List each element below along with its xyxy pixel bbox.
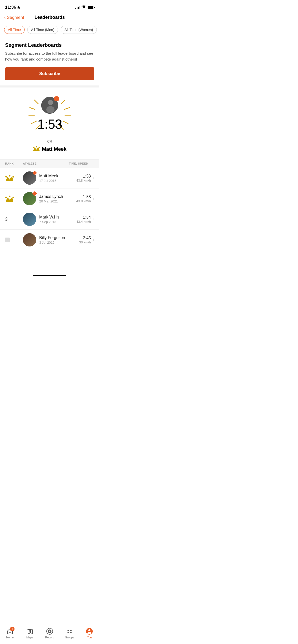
athlete-info: Mark W1lls 7 Sep 2013 [39, 215, 59, 224]
status-icons [75, 5, 94, 10]
athlete-cell: Billy Ferguson 3 Jul 2016 [23, 233, 71, 246]
time-info: 1:53 43.8 km/h [76, 174, 91, 182]
svg-point-28 [5, 197, 7, 198]
avatar [23, 192, 36, 205]
svg-rect-27 [6, 201, 13, 202]
athlete-info: James Lynch 20 Mar 2021 [39, 194, 63, 203]
athlete-name: James Lynch [39, 194, 63, 199]
rank-cell [5, 174, 23, 182]
tabs-container: All-Time All-Time (Men) All-Time (Women)… [0, 24, 99, 36]
wifi-icon [82, 5, 86, 10]
tab-all-time-men[interactable]: All-Time (Men) [27, 26, 58, 34]
speed-value: 43.8 km/h [76, 199, 91, 203]
athlete-name: Matt Meek [39, 174, 58, 178]
athlete-cell: Mark W1lls 7 Sep 2013 [23, 213, 71, 226]
time-value: 1:54 [76, 215, 91, 220]
svg-line-6 [61, 100, 65, 104]
row-chevron-icon: › [93, 238, 94, 242]
time-cell: 2:45 30 km/h › [71, 236, 94, 244]
promo-description: Subscribe for access to the full leaderb… [5, 51, 94, 62]
row-chevron-icon: › [93, 217, 94, 222]
time-info: 1:53 43.8 km/h [76, 195, 91, 203]
table-row[interactable]: Matt Meek 17 Jul 2015 1:53 43.8 km/h › [0, 168, 99, 188]
svg-point-24 [12, 176, 14, 178]
col-header-rank: RANK [5, 162, 23, 165]
status-time: 11:36 [5, 5, 20, 10]
battery-icon [88, 6, 94, 9]
time-value: 2:45 [79, 236, 91, 240]
svg-point-23 [9, 175, 10, 177]
table-row[interactable]: Billy Ferguson 3 Jul 2016 2:45 30 km/h › [0, 230, 99, 250]
signal-icon [75, 6, 80, 9]
svg-point-17 [36, 146, 37, 148]
svg-line-9 [63, 121, 68, 124]
leaderboard-table: Matt Meek 17 Jul 2015 1:53 43.8 km/h › [0, 168, 99, 250]
svg-point-30 [12, 197, 14, 198]
table-row[interactable]: 3 Mark W1lls 7 Sep 2013 1:54 43.4 km/h › [0, 209, 99, 230]
svg-line-7 [64, 108, 70, 109]
athlete-info: Matt Meek 17 Jul 2015 [39, 174, 58, 183]
row-chevron-icon: › [93, 196, 94, 201]
page-title: Leaderboards [34, 15, 65, 20]
svg-point-12 [48, 100, 53, 105]
svg-point-29 [9, 196, 10, 197]
athlete-name: Mark W1lls [39, 215, 59, 219]
speed-value: 30 km/h [79, 240, 91, 244]
svg-point-22 [5, 176, 7, 178]
time-info: 2:45 30 km/h [79, 236, 91, 244]
tab-all-time[interactable]: All-Time [4, 26, 25, 34]
cr-name: Matt Meek [42, 146, 67, 152]
table-row[interactable]: James Lynch 20 Mar 2021 1:53 43.8 km/h › [0, 188, 99, 209]
rank-cell [5, 238, 23, 242]
row-chevron-icon: › [93, 176, 94, 180]
time-info: 1:54 43.4 km/h [76, 215, 91, 224]
svg-line-2 [30, 108, 35, 109]
table-header: RANK ATHLETE TIME, SPEED [0, 159, 99, 168]
time-value: 1:53 [76, 195, 91, 199]
svg-point-18 [39, 147, 40, 148]
avatar [23, 171, 36, 185]
cr-section: 1:53 CR Matt Meek [0, 87, 99, 155]
speed-value: 43.8 km/h [76, 179, 91, 182]
athlete-name: Billy Ferguson [39, 236, 65, 240]
svg-rect-21 [6, 180, 13, 181]
cr-name-row: Matt Meek [33, 145, 67, 153]
speed-value: 43.4 km/h [76, 220, 91, 224]
athlete-date: 3 Jul 2016 [39, 241, 65, 244]
home-indicator [33, 275, 66, 276]
subscribe-button[interactable]: Subscribe [5, 67, 94, 80]
athlete-date: 20 Mar 2021 [39, 199, 63, 203]
athlete-date: 7 Sep 2013 [39, 220, 59, 224]
rank-cell [5, 195, 23, 202]
svg-point-0 [84, 8, 84, 8]
athlete-cell: James Lynch 20 Mar 2021 [23, 192, 71, 205]
back-button[interactable]: ‹ Segment [4, 14, 24, 20]
rank-square [5, 238, 10, 242]
cr-avatar [40, 96, 59, 114]
athlete-date: 17 Jul 2015 [39, 179, 58, 183]
time-cell: 1:54 43.4 km/h › [71, 215, 94, 224]
svg-point-16 [33, 147, 34, 148]
time-value: 1:53 [76, 174, 91, 179]
status-bar: 11:36 [0, 0, 99, 13]
svg-rect-15 [33, 150, 39, 151]
athlete-cell: Matt Meek 17 Jul 2015 [23, 171, 71, 185]
tab-all-time-women[interactable]: All-Time (Women) [61, 26, 97, 34]
avatar [23, 213, 36, 226]
col-header-time: TIME, SPEED [65, 162, 88, 165]
svg-point-13 [46, 106, 55, 113]
athlete-info: Billy Ferguson 3 Jul 2016 [39, 236, 65, 244]
promo-title: Segment Leaderboards [5, 42, 94, 48]
col-header-athlete: ATHLETE [23, 162, 65, 165]
svg-line-1 [34, 100, 38, 104]
svg-line-4 [31, 121, 36, 124]
cr-time: 1:53 [37, 116, 62, 132]
rank-cell: 3 [5, 217, 23, 222]
time-cell: 1:53 43.8 km/h › [71, 195, 94, 203]
crown-icon [33, 145, 40, 153]
time-cell: 1:53 43.8 km/h › [71, 174, 94, 182]
rank-number: 3 [5, 217, 8, 222]
rank-crown-icon [5, 174, 14, 182]
rank-crown-icon [5, 195, 14, 202]
strava-badge-cr [54, 96, 59, 101]
